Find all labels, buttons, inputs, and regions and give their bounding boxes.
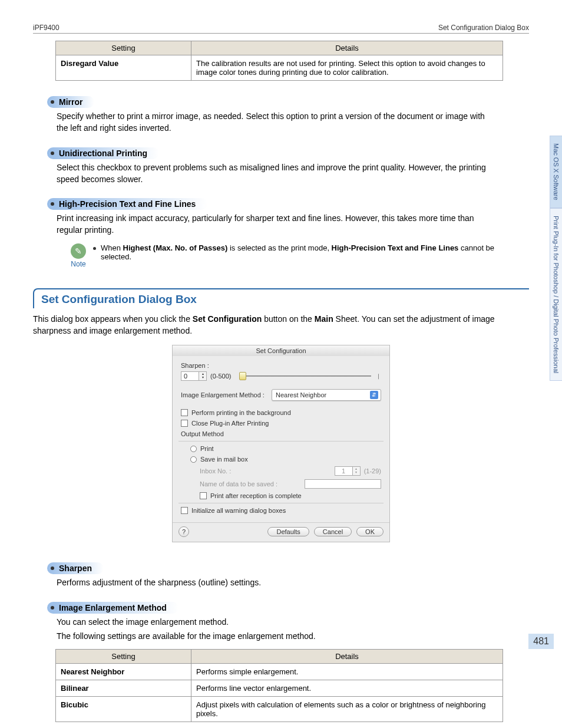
header-left: iPF9400	[33, 24, 59, 32]
inbox-stepper[interactable]: 1 ▴▾	[335, 466, 361, 476]
bullet-sharpen: Sharpen	[47, 562, 104, 574]
cell-details: The calibration results are not used for…	[191, 55, 503, 81]
sharpen-label: Sharpen :	[181, 362, 381, 369]
section-heading: Set Configuration Dialog Box	[33, 288, 529, 308]
intro-bold: Set Configuration	[193, 314, 262, 324]
stepper-arrows-icon[interactable]: ▴▾	[353, 466, 361, 476]
bullet-dot-icon	[93, 247, 96, 250]
bullet-mirror: Mirror	[47, 96, 94, 108]
note-text-part: is selected as the print mode,	[227, 243, 331, 252]
side-tab-software[interactable]: Mac OS X Software	[550, 136, 562, 208]
section-intro: This dialog box appears when you click t…	[33, 313, 529, 337]
cell-setting: Bicubic	[56, 697, 191, 722]
bullet-title: High-Precision Text and Fine Lines	[59, 199, 196, 209]
iem-value: Nearest Neighbor	[276, 391, 326, 398]
note-text: When Highest (Max. No. of Passes) is sel…	[101, 243, 496, 261]
table-row: Bilinear Performs line vector enlargemen…	[56, 680, 503, 697]
bullet-unidirectional: Unidirectional Printing	[47, 147, 159, 159]
init-warnings-label: Initialize all warning dialog boxes	[191, 507, 286, 514]
cell-setting: Bilinear	[56, 680, 191, 697]
bullet-dot-icon	[51, 566, 54, 570]
cancel-button[interactable]: Cancel	[314, 527, 352, 536]
sharpen-value[interactable]: 0	[181, 371, 199, 381]
set-configuration-dialog: Set Configuration Sharpen : 0 ▴▾ (0-500)…	[172, 345, 390, 542]
iem-desc1: You can select the image enlargement met…	[57, 616, 496, 628]
th-setting: Setting	[56, 41, 191, 55]
note-icon: ✎ Note	[71, 243, 86, 268]
slider-knob-icon[interactable]	[239, 372, 246, 380]
iem-desc2: The following settings are available for…	[57, 630, 496, 642]
dialog-titlebar: Set Configuration	[173, 345, 389, 356]
save-mailbox-radio[interactable]	[190, 456, 197, 463]
save-name-label: Name of data to be saved :	[200, 480, 277, 487]
intro-part: button on the	[262, 314, 315, 324]
bullet-dot-icon	[51, 151, 54, 155]
print-radio[interactable]	[190, 446, 197, 452]
bullet-dot-icon	[51, 202, 54, 206]
bullet-high-precision: High-Precision Text and Fine Lines	[47, 198, 207, 210]
ok-button[interactable]: OK	[356, 527, 384, 536]
close-plugin-label: Close Plug-in After Printing	[191, 420, 269, 427]
iem-label: Image Enlargement Method :	[181, 391, 265, 398]
side-tabs: Mac OS X Software Print Plug-In for Phot…	[550, 136, 562, 381]
inbox-range: (1-29)	[364, 467, 381, 475]
print-label: Print	[200, 445, 214, 452]
close-plugin-checkbox[interactable]	[181, 420, 188, 427]
iem-popup[interactable]: Nearest Neighbor ⇵	[272, 389, 381, 401]
bullet-image-enlargement: Image Enlargement Method	[47, 602, 178, 614]
bullet-dot-icon	[51, 100, 54, 104]
high-precision-desc: Print increasing ink impact accuracy, pa…	[57, 212, 496, 236]
sharpen-stepper[interactable]: 0 ▴▾	[181, 371, 207, 381]
sharpen-slider[interactable]	[239, 375, 371, 377]
bullet-title: Unidirectional Printing	[59, 149, 147, 158]
init-warnings-checkbox[interactable]	[181, 507, 188, 514]
cell-setting: Disregard Value	[56, 55, 191, 81]
bullet-dot-icon	[51, 606, 54, 610]
th-details: Details	[191, 41, 503, 55]
cell-details: Adjust pixels with calculation of elemen…	[191, 697, 503, 722]
output-method-label: Output Method	[181, 430, 381, 437]
th-details: Details	[191, 650, 503, 664]
calibration-table: Setting Details Disregard Value The cali…	[55, 41, 503, 81]
help-button[interactable]: ?	[178, 526, 189, 537]
note-label: Note	[71, 260, 85, 268]
unidirectional-desc: Select this checkbox to prevent problems…	[57, 162, 496, 186]
table-row: Nearest Neighbor Performs simple enlarge…	[56, 664, 503, 680]
bg-label: Perform printing in the background	[191, 409, 291, 416]
cell-details: Performs simple enlargement.	[191, 664, 503, 680]
th-setting: Setting	[56, 650, 191, 664]
side-tab-plugin[interactable]: Print Plug-In for Photoshop / Digital Ph…	[550, 208, 562, 381]
sharpen-desc: Performs adjustment of the sharpness (ou…	[57, 577, 496, 588]
header-right: Set Configuration Dialog Box	[438, 24, 529, 32]
print-after-reception-label: Print after reception is complete	[210, 492, 302, 499]
note-text-bold: High-Precision Text and Fine Lines	[332, 243, 459, 252]
section-title-text: Set Configuration Dialog Box	[41, 293, 529, 306]
mirror-desc: Specify whether to print a mirror image,…	[57, 110, 496, 134]
print-after-reception-checkbox[interactable]	[200, 492, 207, 499]
table-row: Disregard Value The calibration results …	[56, 55, 503, 81]
sharpen-range: (0-500)	[210, 373, 231, 380]
enlargement-table: Setting Details Nearest Neighbor Perform…	[55, 649, 503, 722]
page-number: 481	[528, 634, 554, 649]
page-header: iPF9400 Set Configuration Dialog Box	[33, 24, 529, 34]
cell-setting: Nearest Neighbor	[56, 664, 191, 680]
inbox-label: Inbox No. :	[200, 467, 231, 475]
save-mailbox-label: Save in mail box	[200, 456, 248, 463]
stepper-arrows-icon[interactable]: ▴▾	[199, 371, 207, 381]
note-text-part: When	[101, 243, 123, 252]
bg-checkbox[interactable]	[181, 409, 188, 416]
bullet-title: Mirror	[59, 97, 82, 107]
inbox-value[interactable]: 1	[335, 466, 353, 476]
bullet-title: Image Enlargement Method	[59, 603, 167, 612]
popup-arrows-icon: ⇵	[370, 391, 378, 399]
save-name-input[interactable]	[305, 479, 381, 489]
slider-tick-icon: ｜	[376, 373, 381, 380]
defaults-button[interactable]: Defaults	[267, 527, 309, 536]
table-row: Bicubic Adjust pixels with calculation o…	[56, 697, 503, 722]
intro-bold: Main	[315, 314, 333, 324]
note-block: ✎ Note When Highest (Max. No. of Passes)…	[71, 243, 496, 268]
note-text-bold: Highest (Max. No. of Passes)	[123, 243, 228, 252]
pencil-icon: ✎	[71, 243, 86, 259]
bullet-title: Sharpen	[59, 564, 92, 573]
intro-part: This dialog box appears when you click t…	[33, 314, 193, 324]
